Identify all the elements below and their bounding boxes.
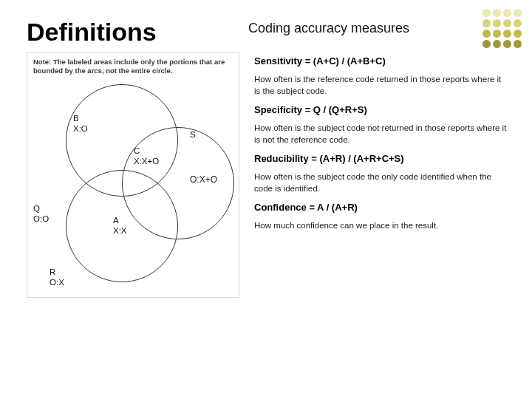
venn-label-a-val: X:X xyxy=(113,226,127,236)
venn-label-b-name: B xyxy=(73,114,88,124)
venn-label-a: A X:X xyxy=(113,216,127,236)
header-row: Definitions Coding accuracy measures xyxy=(27,13,508,47)
venn-label-c-val: X:X+O xyxy=(134,157,159,167)
venn-label-s-val: O:X+O xyxy=(190,174,217,185)
venn-label-s: S xyxy=(190,130,196,140)
measure-desc: How much confidence can we place in the … xyxy=(254,220,508,232)
left-column: Note: The labeled areas include only the… xyxy=(27,52,248,386)
venn-label-q-name: Q xyxy=(33,204,49,214)
venn-label-a-name: A xyxy=(113,216,127,226)
venn-diagram: B X:O S O:X+O C X:X+O Q O:O xyxy=(33,80,233,294)
subtitle-wrap: Coding accuracy measures xyxy=(248,13,508,36)
venn-card: Note: The labeled areas include only the… xyxy=(27,52,239,298)
measure-block: Specificity = Q / (Q+R+S) xyxy=(254,104,508,115)
venn-label-c: C X:X+O xyxy=(134,146,159,167)
venn-label-r: R O:X xyxy=(50,267,64,288)
measure-title: Confidence = A / (A+R) xyxy=(254,202,508,213)
venn-label-r-val: O:X xyxy=(50,278,64,288)
measure-desc: How often is the subject code not return… xyxy=(254,123,508,146)
venn-label-b: B X:O xyxy=(73,114,88,134)
venn-label-q-val: O:O xyxy=(33,214,49,225)
measure-title: Reducibility = (A+R) / (A+R+C+S) xyxy=(254,153,508,164)
right-column: Sensitivity = (A+C) / (A+B+C) How often … xyxy=(248,52,508,386)
subtitle: Coding accuracy measures xyxy=(248,21,409,36)
measure-block: Confidence = A / (A+R) xyxy=(254,202,508,213)
venn-label-s-name: S xyxy=(190,130,196,140)
measure-title: Sensitivity = (A+C) / (A+B+C) xyxy=(254,55,508,66)
content-row: Note: The labeled areas include only the… xyxy=(27,52,508,386)
measure-block: Reducibility = (A+R) / (A+R+C+S) xyxy=(254,153,508,164)
measure-block: Sensitivity = (A+C) / (A+B+C) xyxy=(254,55,508,66)
measure-desc: How often is the subject code the only c… xyxy=(254,171,508,194)
measure-desc: How often is the reference code returned… xyxy=(254,74,508,97)
venn-note: Note: The labeled areas include only the… xyxy=(33,58,233,75)
venn-label-b-val: X:O xyxy=(73,124,88,134)
corner-dots-icon xyxy=(482,9,522,48)
venn-label-c-name: C xyxy=(134,146,159,157)
page-title: Definitions xyxy=(27,13,248,47)
slide: Definitions Coding accuracy measures Not… xyxy=(0,0,532,399)
measure-title: Specificity = Q / (Q+R+S) xyxy=(254,104,508,115)
venn-label-r-name: R xyxy=(50,267,64,278)
venn-label-q: Q O:O xyxy=(33,204,49,225)
